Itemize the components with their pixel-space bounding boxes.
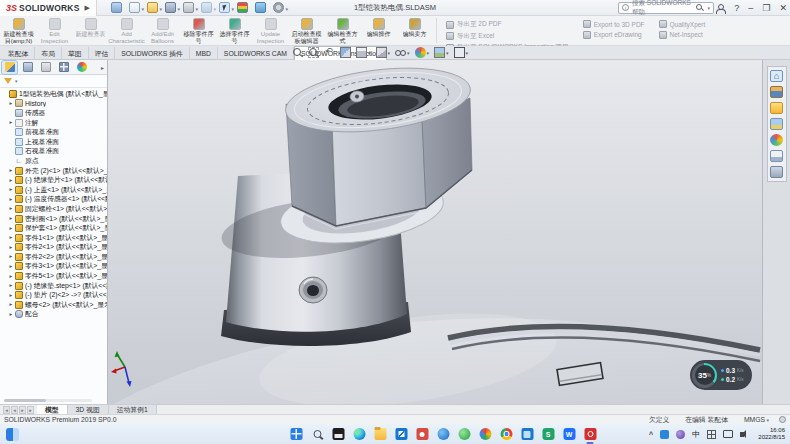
hud-zoom-area[interactable] (308, 47, 319, 58)
tree-item[interactable]: ▸注解 (0, 118, 107, 128)
help-button[interactable]: ? (734, 1, 739, 15)
tab-草图[interactable]: 草图 (62, 47, 89, 60)
new-document-icon[interactable] (129, 2, 140, 13)
volume-icon[interactable] (740, 432, 744, 437)
tab-MBD[interactable]: MBD (190, 47, 218, 60)
expand-arrow-icon[interactable]: ▸ (8, 195, 14, 204)
dome-body[interactable] (108, 286, 762, 404)
taskbar-app-photos[interactable] (416, 428, 429, 441)
expand-arrow-icon[interactable]: ▸ (8, 300, 14, 309)
taskbar-app-file-explorer[interactable] (374, 428, 387, 441)
tree-item[interactable]: ▸密封圈<1> (默认<<默认>_显示状 (0, 214, 107, 224)
taskbar-app-app-green[interactable] (458, 428, 471, 441)
tab-评估[interactable]: 评估 (89, 47, 116, 60)
file-properties-icon[interactable] (255, 2, 266, 13)
configurationmanager-tab[interactable] (38, 61, 53, 74)
ribbon-export-item[interactable]: 导出至 2D PDF (446, 20, 569, 29)
expand-arrow-icon[interactable]: ▸ (8, 281, 14, 290)
tree-item[interactable]: ▸外壳 (2)<1> (默认<<默认>_显示状 (0, 166, 107, 176)
print-icon[interactable] (183, 2, 194, 13)
dimxpertmanager-tab[interactable] (56, 61, 71, 74)
ribbon-button[interactable]: 启动检查模板编辑器 (290, 17, 323, 44)
expand-arrow-icon[interactable]: ▸ (8, 118, 14, 127)
hud-hide-show-items[interactable] (395, 47, 410, 58)
tab-scroll-first-icon[interactable]: ◂ (3, 406, 10, 414)
hud-view-settings[interactable] (454, 47, 469, 58)
tree-item[interactable]: ▸保护套<1> (默认<<默认>_显示状 (0, 223, 107, 233)
file-explorer-icon[interactable] (770, 102, 783, 114)
expand-arrow-icon[interactable]: ▸ (8, 291, 14, 300)
view-palette-icon[interactable] (770, 118, 783, 130)
minimize-button[interactable]: – (748, 1, 753, 15)
home-icon[interactable] (111, 2, 122, 13)
tab-scroll-next-icon[interactable]: ▸ (19, 406, 26, 414)
hud-view-orientation[interactable] (356, 47, 371, 58)
ribbon-button[interactable]: 新建检查项目(amp;N) (2, 17, 35, 44)
taskbar-app-app-blue[interactable] (437, 428, 450, 441)
open-icon[interactable] (147, 2, 158, 13)
expand-arrow-icon[interactable]: ▸ (8, 262, 14, 271)
panel-horizontal-scrollbar[interactable] (4, 399, 92, 402)
taskbar-app-app-s[interactable]: S (542, 428, 555, 441)
tree-item[interactable]: ▸固定螺栓<1> (默认<<默认>_显示 (0, 204, 107, 214)
ribbon-export-item[interactable]: 导出至 Excel (446, 32, 569, 41)
undo-icon[interactable] (201, 2, 212, 13)
search-icon[interactable] (696, 4, 704, 12)
ribbon-export-item[interactable]: Export eDrawing (583, 31, 645, 39)
select-icon[interactable] (219, 2, 230, 13)
hud-edit-appearance[interactable] (415, 47, 430, 58)
monitor-icon[interactable] (723, 430, 733, 438)
taskbar-app-edge[interactable] (353, 428, 366, 441)
tree-item[interactable]: ▸螺母<2> (默认<<默认>_显示状态 (0, 300, 107, 310)
solidworks-resources-icon[interactable] (770, 70, 783, 82)
taskbar-clock[interactable]: 16:06 2022/8/15 (758, 427, 785, 442)
filter-funnel-icon[interactable] (4, 78, 12, 84)
ribbon-export-item[interactable]: QualityXpert (659, 20, 706, 28)
performance-overlay[interactable]: 35 % 0.3K/s0.2K/s (690, 360, 752, 390)
ball-icon[interactable] (676, 430, 685, 439)
ribbon-export-item[interactable]: Net-Inspect (659, 31, 706, 39)
tab-SOLIDWORKS CAM[interactable]: SOLIDWORKS CAM (218, 47, 294, 60)
login-icon[interactable] (715, 3, 725, 14)
tree-item[interactable]: ▸零件1<1> (默认<<默认>_显示状 (0, 233, 107, 243)
close-button[interactable]: ✕ (779, 1, 787, 15)
options-icon[interactable] (273, 2, 284, 13)
tree-item[interactable]: ▸配合 (0, 310, 107, 320)
expand-arrow-icon[interactable]: ▸ (8, 214, 14, 223)
tree-item[interactable]: ∟原点 (0, 156, 107, 166)
hud-zoom-fit[interactable] (292, 47, 303, 58)
ribbon-button[interactable]: 编辑检查方式 (326, 17, 359, 44)
scrollbar-thumb[interactable] (4, 399, 46, 402)
tree-item[interactable]: ▸(-) 绝缘垫片<1> (默认<<默认>_显 (0, 175, 107, 185)
tree-item[interactable]: ▸零件2<1> (默认<<默认>_显示状 (0, 243, 107, 253)
tree-item[interactable]: ▸零件3<1> (默认<<默认>_显示状 (0, 262, 107, 272)
ribbon-button[interactable]: 移除零件序号 (182, 17, 215, 44)
tree-item[interactable]: ▸History (0, 99, 107, 109)
panel-tabs-overflow-icon[interactable]: ▸ (101, 64, 105, 71)
expand-arrow-icon[interactable]: ▸ (8, 224, 14, 233)
expand-arrow-icon[interactable]: ▸ (8, 272, 14, 281)
taskbar-app-search[interactable] (311, 428, 324, 441)
propertymanager-tab[interactable] (20, 61, 35, 74)
hud-section-view[interactable] (340, 47, 351, 58)
tree-item[interactable]: 上视基准面 (0, 137, 107, 147)
hud-previous-view[interactable] (324, 47, 335, 58)
ime-grid-icon[interactable] (707, 430, 716, 439)
taskbar-app-chrome[interactable] (500, 428, 513, 441)
doc-tab-0[interactable]: 模型 (37, 405, 68, 415)
tab-装配体[interactable]: 装配体 (2, 47, 35, 60)
tab-scroll-last-icon[interactable]: ▸ (27, 406, 34, 414)
widgets-icon[interactable] (6, 428, 19, 441)
featuremanager-tab[interactable] (2, 61, 17, 74)
restore-button[interactable]: ❐ (762, 1, 770, 15)
taskbar-app-start[interactable] (290, 428, 303, 441)
expand-arrow-icon[interactable]: ▸ (8, 233, 14, 242)
tree-item[interactable]: 传感器 (0, 108, 107, 118)
expand-arrow-icon[interactable]: ▸ (8, 252, 14, 261)
custom-properties-icon[interactable] (770, 150, 783, 162)
taskbar-app-mail[interactable] (395, 428, 408, 441)
tag-icon[interactable] (779, 416, 786, 423)
displaymanager-tab[interactable] (74, 61, 89, 74)
tree-item[interactable]: 前视基准面 (0, 127, 107, 137)
taskbar-app-task-view[interactable] (332, 428, 345, 441)
